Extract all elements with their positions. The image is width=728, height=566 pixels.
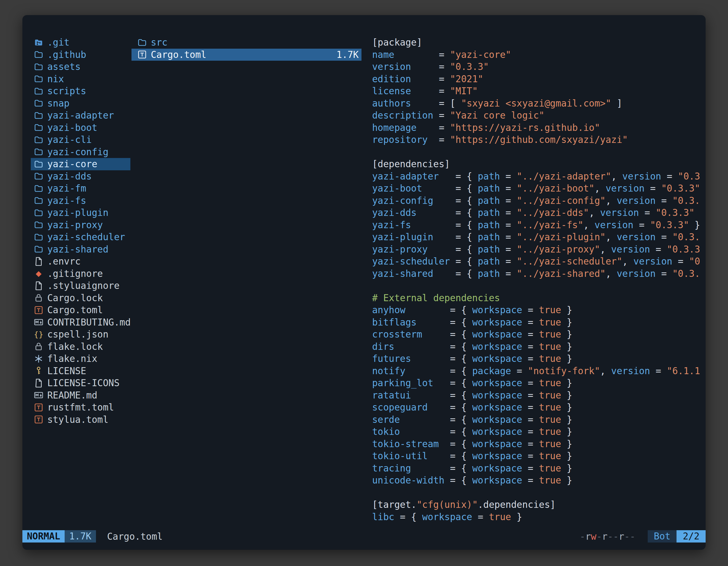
folder-icon xyxy=(137,37,147,48)
preview-line: # External dependencies xyxy=(372,292,704,304)
item-name: LICENSE-ICONS xyxy=(47,377,119,388)
item-name: flake.nix xyxy=(47,353,97,364)
item-name: CONTRIBUTING.md xyxy=(47,317,131,328)
item-name: yazi-proxy xyxy=(47,220,103,231)
item-name: .gitignore xyxy=(47,268,103,279)
file-item-cargo-toml[interactable]: Cargo.toml xyxy=(31,304,130,316)
dir-item-yazi-cli[interactable]: yazi-cli xyxy=(31,134,130,146)
dir-item-yazi-boot[interactable]: yazi-boot xyxy=(31,122,130,134)
dir-item--git[interactable]: .git xyxy=(31,36,130,49)
mode-badge: NORMAL xyxy=(22,530,65,542)
toml-icon xyxy=(137,50,147,60)
folder-icon xyxy=(34,244,44,254)
preview-line: yazi-proxy = { path = "../yazi-proxy", v… xyxy=(372,243,704,256)
item-name: yazi-core xyxy=(47,159,97,170)
diamond-icon: ◆ xyxy=(34,269,44,279)
file-item-stylua-toml[interactable]: stylua.toml xyxy=(31,414,130,426)
current-directory-pane: srcCargo.toml1.7K xyxy=(131,36,361,61)
file-item-readme-md[interactable]: README.md xyxy=(31,389,130,401)
dir-item-yazi-dds[interactable]: yazi-dds xyxy=(31,170,130,183)
file-item-flake-lock[interactable]: flake.lock xyxy=(31,340,130,353)
preview-line: [package] xyxy=(372,36,704,49)
folder-icon xyxy=(34,62,44,72)
dir-item-scripts[interactable]: scripts xyxy=(31,85,130,97)
dir-item-yazi-shared[interactable]: yazi-shared xyxy=(31,243,130,256)
dir-item-nix[interactable]: nix xyxy=(31,73,130,85)
file-item-flake-nix[interactable]: flake.nix xyxy=(31,353,130,365)
file-item-rustfmt-toml[interactable]: rustfmt.toml xyxy=(31,401,130,414)
item-name: assets xyxy=(47,61,81,72)
item-name: .github xyxy=(47,49,86,60)
file-item-cargo-lock[interactable]: Cargo.lock xyxy=(31,292,130,304)
folder-icon xyxy=(34,184,44,194)
dir-item-yazi-proxy[interactable]: yazi-proxy xyxy=(31,219,130,231)
item-name: cspell.json xyxy=(47,329,109,340)
dir-item-src[interactable]: src xyxy=(131,36,361,49)
dir-item-yazi-fs[interactable]: yazi-fs xyxy=(31,195,130,207)
key-icon xyxy=(34,366,44,376)
preview-line: crossterm = { workspace = true } xyxy=(372,328,704,340)
item-name: src xyxy=(151,37,168,48)
preview-line: authors = [ "sxyazi <sxyazi@gmail.com>" … xyxy=(372,97,704,110)
item-name: scripts xyxy=(47,86,86,97)
file-item--styluaignore[interactable]: .styluaignore xyxy=(31,280,130,292)
preview-line: unicode-width = { workspace = true } xyxy=(372,474,704,487)
preview-line: edition = "2021" xyxy=(372,73,704,85)
item-name: yazi-fm xyxy=(47,183,86,194)
dir-item-snap[interactable]: snap xyxy=(31,97,130,110)
dir-item--github[interactable]: .github xyxy=(31,49,130,61)
scroll-position-badge: Bot xyxy=(648,530,677,542)
item-name: yazi-config xyxy=(47,147,109,158)
toml-icon xyxy=(34,402,44,412)
dir-item-yazi-scheduler[interactable]: yazi-scheduler xyxy=(31,231,130,243)
item-name: stylua.toml xyxy=(47,414,109,425)
folder-icon xyxy=(34,123,44,133)
file-item-contributing-md[interactable]: CONTRIBUTING.md xyxy=(31,316,130,328)
file-item-cspell-json[interactable]: {}cspell.json xyxy=(31,328,130,340)
item-name: .envrc xyxy=(47,256,81,267)
file-item--envrc[interactable]: .envrc xyxy=(31,255,130,268)
dir-item-yazi-plugin[interactable]: yazi-plugin xyxy=(31,207,130,219)
folder-icon xyxy=(34,171,44,181)
preview-line: serde = { workspace = true } xyxy=(372,414,704,426)
item-name: yazi-adapter xyxy=(47,110,114,121)
item-size: 1.7K xyxy=(337,49,359,60)
preview-line: version = "0.3.3" xyxy=(372,61,704,73)
lock-icon xyxy=(34,341,44,351)
file-item-cargo-toml[interactable]: Cargo.toml1.7K xyxy=(131,49,361,61)
md-icon xyxy=(34,390,44,400)
git-icon xyxy=(34,37,44,48)
item-name: Cargo.toml xyxy=(47,304,103,315)
file-size-badge: 1.7K xyxy=(65,530,96,542)
file-item-license-icons[interactable]: LICENSE-ICONS xyxy=(31,377,130,389)
preview-line: repository = "https://github.com/sxyazi/… xyxy=(372,134,704,146)
preview-line: yazi-scheduler = { path = "../yazi-sched… xyxy=(372,255,704,268)
item-name: Cargo.toml xyxy=(151,49,206,60)
item-name: yazi-boot xyxy=(47,122,97,133)
item-name: LICENSE xyxy=(47,365,86,376)
dir-item-assets[interactable]: assets xyxy=(31,61,130,73)
toml-icon xyxy=(34,305,44,315)
file-item--gitignore[interactable]: ◆.gitignore xyxy=(31,268,130,280)
preview-line: bitflags = { workspace = true } xyxy=(372,316,704,328)
preview-line: libc = { workspace = true } xyxy=(372,511,704,523)
preview-line: yazi-shared = { path = "../yazi-shared",… xyxy=(372,268,704,280)
preview-line: license = "MIT" xyxy=(372,85,704,97)
preview-line: ratatui = { workspace = true } xyxy=(372,389,704,401)
preview-line: name = "yazi-core" xyxy=(372,49,704,61)
lock-icon xyxy=(34,293,44,303)
item-name: yazi-cli xyxy=(47,134,92,145)
file-icon xyxy=(34,257,44,267)
file-item-license[interactable]: LICENSE xyxy=(31,365,130,377)
preview-line xyxy=(372,280,704,292)
dir-item-yazi-adapter[interactable]: yazi-adapter xyxy=(31,109,130,122)
status-bar-left: NORMAL 1.7K Cargo.toml xyxy=(22,530,163,542)
preview-line: notify = { package = "notify-fork", vers… xyxy=(372,365,704,377)
item-name: yazi-shared xyxy=(47,244,109,255)
dir-item-yazi-core[interactable]: yazi-core xyxy=(31,158,130,170)
dir-item-yazi-config[interactable]: yazi-config xyxy=(31,146,130,158)
preview-line: yazi-dds = { path = "../yazi-dds", versi… xyxy=(372,207,704,219)
dir-item-yazi-fm[interactable]: yazi-fm xyxy=(31,182,130,195)
item-name: .git xyxy=(47,37,69,48)
preview-line: [target."cfg(unix)".dependencies] xyxy=(372,499,704,511)
